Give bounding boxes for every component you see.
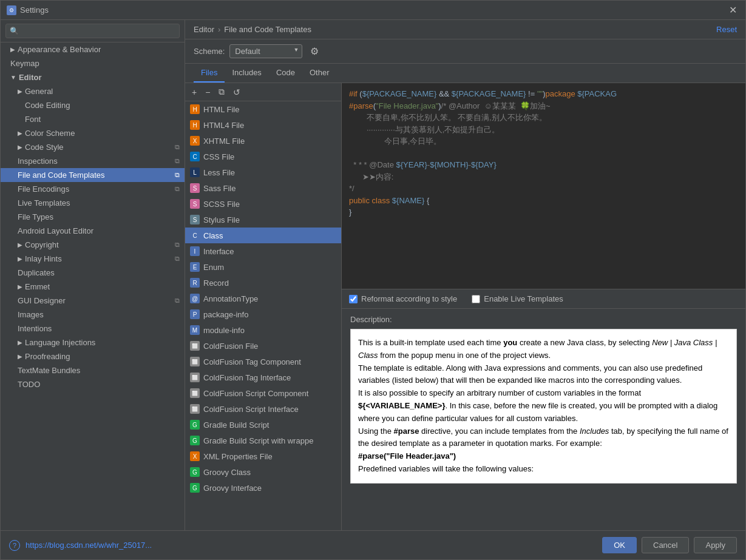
tab-code[interactable]: Code: [269, 64, 302, 83]
list-item[interactable]: P package-info: [185, 306, 341, 322]
sidebar-item-inlay-hints[interactable]: ▶ Inlay Hints ⧉: [1, 252, 185, 266]
list-item[interactable]: E Enum: [185, 259, 341, 275]
live-templates-checkbox-label[interactable]: Enable Live Templates: [472, 294, 563, 303]
list-item[interactable]: G Groovy Interface: [185, 480, 341, 496]
list-item[interactable]: S Stylus File: [185, 212, 341, 228]
list-item[interactable]: S Sass File: [185, 180, 341, 196]
reset-button[interactable]: Reset: [716, 25, 737, 34]
add-template-button[interactable]: +: [189, 86, 200, 98]
sidebar-item-appearance[interactable]: ▶ Appearance & Behavior: [1, 42, 185, 56]
sidebar-item-color-scheme[interactable]: ▶ Color Scheme: [1, 126, 185, 140]
list-item[interactable]: H HTML File: [185, 101, 341, 117]
scheme-select[interactable]: Default Project: [229, 44, 302, 58]
template-icon: ⬜: [190, 373, 200, 382]
list-item[interactable]: M module-info: [185, 322, 341, 338]
sidebar-item-intentions[interactable]: Intentions: [1, 322, 185, 336]
sidebar-item-file-encodings[interactable]: File Encodings ⧉: [1, 182, 185, 196]
copy-template-button[interactable]: ⧉: [215, 86, 228, 98]
tab-other[interactable]: Other: [302, 64, 337, 83]
description-text2: The template is editable. Along with Jav…: [358, 362, 729, 388]
sidebar-item-emmet[interactable]: ▶ Emmet: [1, 280, 185, 294]
sidebar-item-images[interactable]: Images: [1, 308, 185, 322]
sidebar-item-textmate-bundles[interactable]: TextMate Bundles: [1, 363, 185, 377]
footer-url[interactable]: ? https://blog.csdn.net/w/whr_25017...: [9, 540, 152, 551]
list-item[interactable]: C CSS File: [185, 149, 341, 164]
sidebar-item-inspections[interactable]: Inspections ⧉: [1, 154, 185, 168]
sidebar-content: ▶ Appearance & Behavior Keymap ▼ Editor …: [1, 42, 185, 530]
list-item[interactable]: I Interface: [185, 243, 341, 259]
sidebar-item-language-injections[interactable]: ▶ Language Injections: [1, 336, 185, 349]
close-button[interactable]: ✕: [727, 4, 739, 16]
ok-button[interactable]: OK: [602, 537, 637, 553]
description-box: This is a built-in template used each ti…: [350, 329, 737, 484]
list-item[interactable]: ⬜ ColdFusion Tag Interface: [185, 369, 341, 385]
remove-template-button[interactable]: −: [202, 86, 213, 98]
template-item-label: Gradle Build Script: [203, 420, 269, 430]
scheme-gear-button[interactable]: ⚙: [307, 44, 322, 58]
list-item[interactable]: ⬜ ColdFusion Tag Component: [185, 354, 341, 369]
tab-files[interactable]: Files: [194, 64, 225, 83]
code-editor[interactable]: #if (${PACKAGE_NAME} && ${PACKAGE_NAME} …: [342, 83, 745, 289]
sidebar-item-general[interactable]: ▶ General: [1, 84, 185, 98]
list-item[interactable]: ⬜ ColdFusion Script Component: [185, 385, 341, 401]
code-line: #parse("File Header.java")/* @Author ☺某某…: [349, 100, 738, 112]
right-panel: #if (${PACKAGE_NAME} && ${PACKAGE_NAME} …: [342, 83, 745, 530]
main-content: Editor › File and Code Templates Reset S…: [185, 20, 745, 530]
list-item[interactable]: H HTML4 File: [185, 117, 341, 133]
sidebar-item-label: Color Scheme: [25, 129, 75, 138]
sidebar-item-keymap[interactable]: Keymap: [1, 56, 185, 70]
list-item[interactable]: @ AnnotationType: [185, 291, 341, 306]
code-line: }: [349, 206, 738, 218]
cancel-button[interactable]: Cancel: [642, 537, 689, 553]
list-item[interactable]: L Less File: [185, 164, 341, 180]
arrow-icon: ▶: [18, 88, 22, 95]
sidebar-item-file-types[interactable]: File Types: [1, 210, 185, 224]
sidebar-item-android-layout-editor[interactable]: Android Layout Editor: [1, 224, 185, 238]
template-icon: G: [190, 467, 200, 477]
reformat-checkbox[interactable]: [349, 295, 358, 303]
help-icon[interactable]: ?: [9, 540, 20, 551]
sidebar-item-code-style[interactable]: ▶ Code Style ⧉: [1, 140, 185, 154]
list-item[interactable]: G Groovy Class: [185, 464, 341, 480]
sidebar-item-duplicates[interactable]: Duplicates: [1, 266, 185, 280]
reset-template-button[interactable]: ↺: [230, 86, 243, 98]
list-item-class[interactable]: C Class: [185, 228, 341, 243]
list-item[interactable]: S SCSS File: [185, 196, 341, 212]
sidebar-item-label: File Types: [18, 212, 53, 221]
code-line: #if (${PACKAGE_NAME} && ${PACKAGE_NAME} …: [349, 88, 738, 100]
search-input[interactable]: [5, 24, 180, 38]
arrow-icon: ▶: [18, 353, 22, 360]
template-icon: ⬜: [190, 357, 200, 366]
template-item-label: Enum: [203, 263, 224, 272]
sidebar-item-copyright[interactable]: ▶ Copyright ⧉: [1, 238, 185, 252]
list-item[interactable]: G Gradle Build Script with wrappe: [185, 433, 341, 448]
template-item-label: HTML4 File: [203, 121, 244, 130]
tab-includes[interactable]: Includes: [225, 64, 268, 83]
list-item[interactable]: ⬜ ColdFusion File: [185, 338, 341, 354]
list-item[interactable]: G Gradle Build Script: [185, 417, 341, 433]
sidebar-item-todo[interactable]: TODO: [1, 377, 185, 391]
tabs-bar: Files Includes Code Other: [185, 64, 745, 83]
sidebar-item-code-editing[interactable]: Code Editing: [1, 98, 185, 112]
list-item[interactable]: X XML Properties File: [185, 448, 341, 464]
code-line: [349, 147, 738, 160]
sidebar-item-editor[interactable]: ▼ Editor: [1, 70, 185, 84]
apply-button[interactable]: Apply: [694, 537, 737, 553]
sidebar: ▶ Appearance & Behavior Keymap ▼ Editor …: [1, 20, 185, 530]
list-item[interactable]: ⬜ ColdFusion Script Interface: [185, 401, 341, 417]
reformat-checkbox-label[interactable]: Reformat according to style: [349, 294, 457, 303]
app-icon: ⚙: [7, 5, 16, 15]
sidebar-item-font[interactable]: Font: [1, 112, 185, 126]
sidebar-item-proofreading[interactable]: ▶ Proofreading: [1, 349, 185, 363]
sidebar-item-live-templates[interactable]: Live Templates: [1, 196, 185, 210]
live-templates-checkbox[interactable]: [472, 295, 480, 303]
template-item-label: ColdFusion Tag Interface: [203, 373, 291, 382]
sidebar-item-gui-designer[interactable]: GUI Designer ⧉: [1, 294, 185, 308]
sidebar-item-file-and-code-templates[interactable]: File and Code Templates ⧉: [1, 168, 185, 182]
template-item-label: SCSS File: [203, 200, 240, 209]
list-item[interactable]: R Record: [185, 275, 341, 291]
sidebar-item-label: Proofreading: [25, 352, 70, 361]
list-item[interactable]: X XHTML File: [185, 133, 341, 149]
sidebar-item-label: Copyright: [25, 240, 59, 249]
arrow-icon: ▶: [18, 144, 22, 150]
